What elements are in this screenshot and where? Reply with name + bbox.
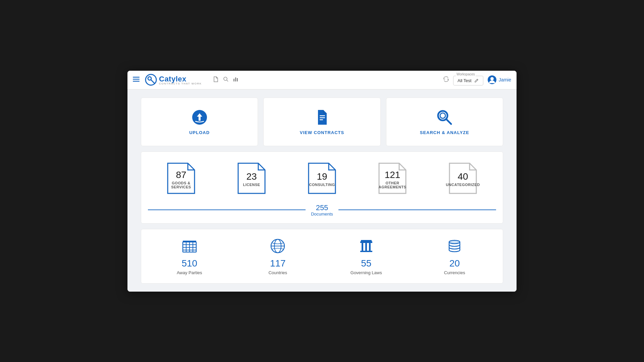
- consulting-number: 19: [317, 171, 327, 182]
- view-contracts-card[interactable]: VIEW CONTRACTS: [263, 98, 380, 146]
- logo-text: Catylex: [159, 75, 186, 83]
- upload-icon: [191, 109, 208, 126]
- currencies-icon: [446, 237, 463, 255]
- logo-area: Catylex CONTRACTS THAT WORK: [145, 74, 202, 86]
- svg-line-5: [151, 80, 154, 83]
- svg-rect-17: [320, 119, 323, 120]
- other-agreements-name: OTHERAGREEMENTS: [379, 181, 407, 189]
- logo-subtitle: CONTRACTS THAT WORK: [159, 82, 202, 85]
- svg-rect-33: [360, 251, 372, 252]
- nav-icons: [213, 76, 239, 84]
- svg-rect-2: [133, 81, 140, 82]
- svg-line-20: [446, 119, 451, 124]
- stats-card: 510 Away Parties 117 Countries: [141, 229, 503, 284]
- user-avatar-icon: [487, 75, 497, 84]
- svg-rect-36: [365, 243, 367, 251]
- doc-type-uncategorized[interactable]: 40 UNCATEGORIZED: [430, 160, 496, 197]
- view-contracts-label: VIEW CONTRACTS: [300, 130, 344, 135]
- uncategorized-name: UNCATEGORIZED: [446, 183, 480, 187]
- total-label: Documents: [311, 212, 333, 217]
- away-parties-icon: [181, 237, 198, 255]
- governing-laws-icon: [358, 237, 375, 255]
- stat-away-parties[interactable]: 510 Away Parties: [148, 237, 231, 275]
- stat-countries[interactable]: 117 Countries: [236, 237, 320, 275]
- workspace-area: Workspaces All Test: [453, 76, 483, 85]
- upload-card[interactable]: UPLOAD: [141, 98, 258, 146]
- app-window: Catylex CONTRACTS THAT WORK: [127, 71, 517, 292]
- user-name: Jamie: [499, 77, 511, 82]
- svg-rect-15: [320, 115, 325, 116]
- svg-rect-0: [133, 77, 140, 78]
- svg-point-45: [449, 240, 460, 244]
- countries-number: 117: [270, 258, 286, 269]
- currencies-number: 20: [449, 258, 460, 269]
- doc-type-goods-services[interactable]: 87 GOODS &SERVICES: [148, 160, 214, 197]
- main-content: UPLOAD VIEW CONTRACTS SEARCH & A: [127, 89, 517, 292]
- governing-laws-number: 55: [361, 258, 371, 269]
- svg-rect-1: [133, 79, 140, 80]
- svg-rect-28: [183, 241, 196, 242]
- currencies-label: Currencies: [444, 270, 465, 275]
- other-agreements-number: 121: [385, 169, 400, 180]
- doc-stats-card: 87 GOODS &SERVICES 23 LICE: [141, 152, 503, 224]
- goods-services-name: GOODS &SERVICES: [171, 181, 191, 189]
- doc-type-consulting[interactable]: 19 CONSULTING: [289, 160, 355, 197]
- chart-nav-icon[interactable]: [233, 76, 239, 84]
- edit-icon: [474, 78, 479, 83]
- action-cards: UPLOAD VIEW CONTRACTS SEARCH & A: [141, 98, 503, 146]
- uncategorized-number: 40: [458, 171, 468, 182]
- away-parties-label: Away Parties: [177, 270, 202, 275]
- doc-divider-row: 255 Documents: [148, 203, 496, 217]
- total-docs: 255 Documents: [311, 203, 333, 217]
- stat-currencies[interactable]: 20 Currencies: [413, 237, 496, 275]
- license-name: LICENSE: [243, 183, 260, 187]
- license-number: 23: [246, 171, 257, 182]
- workspace-label: Workspaces: [456, 72, 476, 76]
- countries-icon: [269, 237, 286, 255]
- search-analyze-icon: [436, 109, 453, 126]
- svg-rect-37: [369, 243, 371, 251]
- svg-rect-38: [361, 240, 372, 242]
- workspace-value: All Test: [458, 78, 472, 83]
- svg-point-12: [490, 77, 494, 80]
- workspace-badge[interactable]: All Test: [453, 76, 483, 85]
- document-nav-icon[interactable]: [213, 76, 219, 84]
- user-area[interactable]: Jamie: [487, 75, 511, 84]
- svg-rect-10: [237, 78, 238, 81]
- svg-line-7: [227, 80, 228, 81]
- governing-laws-label: Governing Laws: [351, 270, 382, 275]
- header-right: Workspaces All Test Jamie: [443, 74, 511, 85]
- search-nav-icon[interactable]: [223, 76, 229, 84]
- svg-rect-8: [233, 79, 234, 81]
- doc-type-license[interactable]: 23 LICENSE: [218, 160, 285, 197]
- menu-icon[interactable]: [133, 76, 140, 84]
- divider-left: [148, 209, 306, 210]
- consulting-name: CONSULTING: [309, 183, 335, 187]
- countries-label: Countries: [268, 270, 287, 275]
- svg-rect-35: [362, 243, 363, 251]
- upload-label: UPLOAD: [189, 130, 210, 135]
- goods-services-number: 87: [176, 169, 186, 180]
- search-analyze-card[interactable]: SEARCH & ANALYZE: [386, 98, 503, 146]
- header-left: Catylex CONTRACTS THAT WORK: [133, 74, 438, 86]
- header: Catylex CONTRACTS THAT WORK: [127, 71, 517, 89]
- search-analyze-label: SEARCH & ANALYZE: [420, 130, 469, 135]
- doc-type-other-agreements[interactable]: 121 OTHERAGREEMENTS: [359, 160, 426, 197]
- svg-point-6: [224, 77, 227, 80]
- contracts-icon: [313, 109, 331, 126]
- logo-icon: [145, 74, 157, 86]
- stat-governing-laws[interactable]: 55 Governing Laws: [325, 237, 408, 275]
- svg-rect-9: [235, 77, 236, 81]
- doc-types: 87 GOODS &SERVICES 23 LICE: [148, 160, 496, 197]
- svg-point-19: [440, 113, 445, 118]
- away-parties-number: 510: [181, 258, 197, 269]
- refresh-icon[interactable]: [443, 76, 449, 84]
- total-number: 255: [311, 203, 333, 212]
- svg-rect-16: [320, 117, 325, 118]
- divider-right: [338, 209, 496, 210]
